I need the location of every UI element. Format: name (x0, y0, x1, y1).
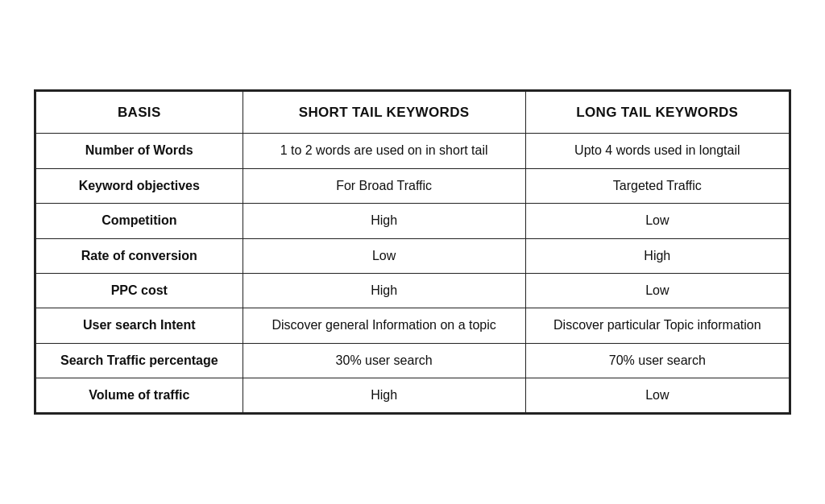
table-row: User search IntentDiscover general Infor… (36, 308, 790, 343)
cell-long-tail-4: Low (525, 273, 789, 308)
comparison-table: BASIS SHORT TAIL KEYWORDS LONG TAIL KEYW… (35, 91, 790, 414)
cell-short-tail-4: High (243, 273, 525, 308)
cell-long-tail-3: High (525, 238, 789, 273)
table-row: Keyword objectivesFor Broad TrafficTarge… (36, 168, 790, 203)
header-long-tail: LONG TAIL KEYWORDS (525, 91, 789, 134)
comparison-table-wrapper: BASIS SHORT TAIL KEYWORDS LONG TAIL KEYW… (34, 89, 791, 415)
cell-short-tail-0: 1 to 2 words are used on in short tail (243, 134, 525, 168)
cell-short-tail-6: 30% user search (243, 343, 525, 378)
cell-short-tail-5: Discover general Information on a topic (243, 308, 525, 343)
cell-basis-1: Keyword objectives (36, 168, 243, 203)
cell-short-tail-7: High (243, 378, 525, 413)
table-row: CompetitionHighLow (36, 204, 790, 238)
cell-basis-7: Volume of traffic (36, 378, 243, 413)
cell-long-tail-1: Targeted Traffic (525, 168, 789, 203)
table-row: Volume of trafficHighLow (36, 378, 790, 413)
cell-long-tail-5: Discover particular Topic information (525, 308, 789, 343)
header-basis: BASIS (36, 91, 243, 134)
table-header-row: BASIS SHORT TAIL KEYWORDS LONG TAIL KEYW… (36, 91, 790, 134)
cell-long-tail-2: Low (525, 204, 789, 238)
table-row: Number of Words1 to 2 words are used on … (36, 134, 790, 168)
cell-basis-2: Competition (36, 204, 243, 238)
cell-short-tail-3: Low (243, 238, 525, 273)
table-row: Rate of conversionLowHigh (36, 238, 790, 273)
cell-short-tail-2: High (243, 204, 525, 238)
cell-basis-6: Search Traffic percentage (36, 343, 243, 378)
cell-basis-4: PPC cost (36, 273, 243, 308)
cell-long-tail-0: Upto 4 words used in longtail (525, 134, 789, 168)
cell-basis-0: Number of Words (36, 134, 243, 168)
table-row: PPC costHighLow (36, 273, 790, 308)
table-row: Search Traffic percentage30% user search… (36, 343, 790, 378)
cell-basis-3: Rate of conversion (36, 238, 243, 273)
cell-long-tail-7: Low (525, 378, 789, 413)
cell-short-tail-1: For Broad Traffic (243, 168, 525, 203)
cell-basis-5: User search Intent (36, 308, 243, 343)
header-short-tail: SHORT TAIL KEYWORDS (243, 91, 525, 134)
cell-long-tail-6: 70% user search (525, 343, 789, 378)
